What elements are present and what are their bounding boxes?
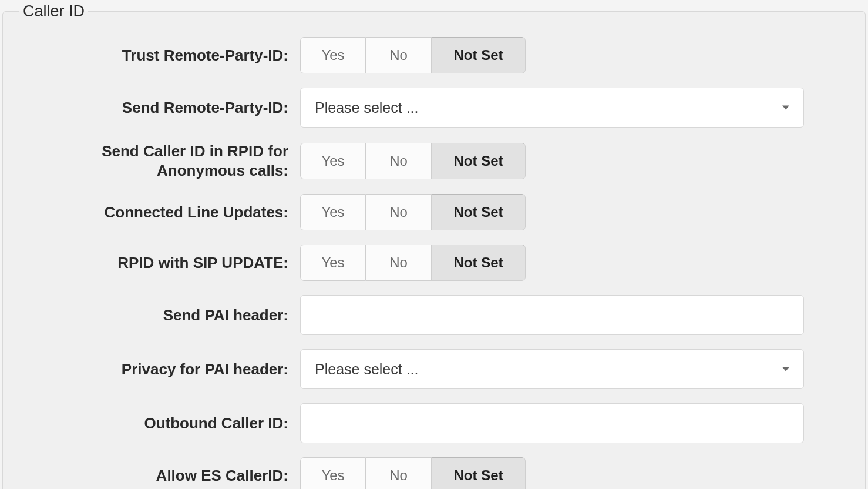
- control-outbound-caller-id: [300, 403, 804, 443]
- allow-es-callerid-yes[interactable]: Yes: [300, 457, 366, 489]
- label-connected-line-updates: Connected Line Updates:: [15, 203, 291, 222]
- connected-line-updates-toggle: Yes No Not Set: [300, 194, 526, 230]
- control-send-pai-header: [300, 295, 804, 335]
- rpid-sip-update-toggle: Yes No Not Set: [300, 244, 526, 281]
- control-send-cid-rpid-anon: Yes No Not Set: [300, 143, 526, 179]
- row-outbound-caller-id: Outbound Caller ID:: [15, 403, 853, 443]
- label-send-pai-header: Send PAI header:: [15, 306, 291, 325]
- send-cid-rpid-anon-notset[interactable]: Not Set: [432, 143, 526, 179]
- rpid-sip-update-no[interactable]: No: [366, 244, 432, 281]
- send-rpid-value: Please select ...: [315, 99, 418, 116]
- row-send-cid-rpid-anon: Send Caller ID in RPID for Anonymous cal…: [15, 142, 853, 180]
- send-cid-rpid-anon-no[interactable]: No: [366, 143, 432, 179]
- outbound-caller-id-input[interactable]: [300, 403, 804, 443]
- connected-line-updates-no[interactable]: No: [366, 194, 432, 230]
- allow-es-callerid-notset[interactable]: Not Set: [432, 457, 526, 489]
- row-allow-es-callerid: Allow ES CallerID: Yes No Not Set: [15, 457, 853, 489]
- control-allow-es-callerid: Yes No Not Set: [300, 457, 526, 489]
- trust-rpid-notset[interactable]: Not Set: [432, 37, 526, 73]
- label-send-rpid: Send Remote-Party-ID:: [15, 98, 291, 118]
- label-allow-es-callerid: Allow ES CallerID:: [15, 466, 291, 485]
- control-trust-rpid: Yes No Not Set: [300, 37, 526, 73]
- row-privacy-pai-header: Privacy for PAI header: Please select ..…: [15, 349, 853, 389]
- row-send-rpid: Send Remote-Party-ID: Please select ...: [15, 88, 853, 128]
- connected-line-updates-yes[interactable]: Yes: [300, 194, 366, 230]
- control-send-rpid: Please select ...: [300, 88, 804, 128]
- control-connected-line-updates: Yes No Not Set: [300, 194, 526, 230]
- caret-down-icon: [782, 106, 789, 110]
- row-trust-rpid: Trust Remote-Party-ID: Yes No Not Set: [15, 37, 853, 73]
- send-rpid-select[interactable]: Please select ...: [300, 88, 804, 128]
- row-send-pai-header: Send PAI header:: [15, 295, 853, 335]
- row-rpid-sip-update: RPID with SIP UPDATE: Yes No Not Set: [15, 244, 853, 281]
- privacy-pai-header-select[interactable]: Please select ...: [300, 349, 804, 389]
- control-rpid-sip-update: Yes No Not Set: [300, 244, 526, 281]
- send-pai-header-input[interactable]: [300, 295, 804, 335]
- control-privacy-pai-header: Please select ...: [300, 349, 804, 389]
- allow-es-callerid-no[interactable]: No: [366, 457, 432, 489]
- allow-es-callerid-toggle: Yes No Not Set: [300, 457, 526, 489]
- caret-down-icon: [782, 367, 789, 371]
- fieldset-legend: Caller ID: [19, 2, 88, 21]
- privacy-pai-header-value: Please select ...: [315, 361, 418, 378]
- send-cid-rpid-anon-yes[interactable]: Yes: [300, 143, 366, 179]
- trust-rpid-toggle: Yes No Not Set: [300, 37, 526, 73]
- rpid-sip-update-yes[interactable]: Yes: [300, 244, 366, 281]
- send-cid-rpid-anon-toggle: Yes No Not Set: [300, 143, 526, 179]
- trust-rpid-yes[interactable]: Yes: [300, 37, 366, 73]
- connected-line-updates-notset[interactable]: Not Set: [432, 194, 526, 230]
- caller-id-fieldset: Caller ID Trust Remote-Party-ID: Yes No …: [2, 2, 866, 489]
- rpid-sip-update-notset[interactable]: Not Set: [432, 244, 526, 281]
- label-privacy-pai-header: Privacy for PAI header:: [15, 360, 291, 379]
- trust-rpid-no[interactable]: No: [366, 37, 432, 73]
- row-connected-line-updates: Connected Line Updates: Yes No Not Set: [15, 194, 853, 230]
- label-trust-rpid: Trust Remote-Party-ID:: [15, 46, 291, 65]
- label-send-cid-rpid-anon: Send Caller ID in RPID for Anonymous cal…: [15, 142, 291, 180]
- label-rpid-sip-update: RPID with SIP UPDATE:: [15, 253, 291, 273]
- label-outbound-caller-id: Outbound Caller ID:: [15, 414, 291, 433]
